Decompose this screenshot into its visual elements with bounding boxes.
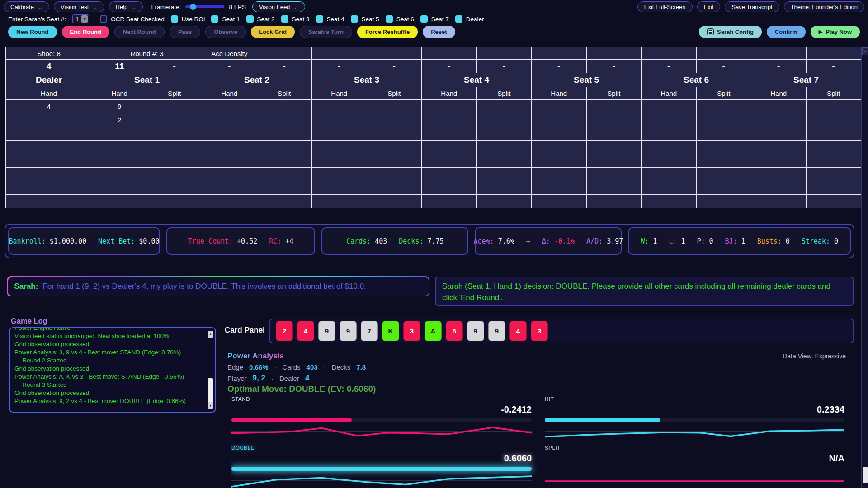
grid-cell[interactable] [6,168,92,181]
grid-cell[interactable] [367,113,422,127]
menu-vision-test[interactable]: Vision Test⌄ [54,1,104,12]
grid-cell[interactable] [532,154,587,168]
grid-cell[interactable] [476,154,532,168]
grid-cell[interactable] [476,141,532,154]
grid-cell[interactable] [312,141,367,154]
grid-cell[interactable] [257,100,312,113]
grid-cell[interactable] [422,100,477,113]
grid-cell[interactable] [586,195,642,208]
grid-cell[interactable] [202,195,257,208]
grid-cell[interactable] [806,127,861,141]
scroll-up-icon[interactable]: ▲ [862,47,868,55]
grid-cell[interactable] [751,141,807,154]
grid-cell[interactable] [422,154,477,168]
grid-cell[interactable] [367,141,422,154]
checkbox-icon[interactable] [100,15,107,23]
scrollbar-thumb[interactable] [863,467,868,483]
grid-cell[interactable] [586,168,642,181]
grid-cell[interactable] [257,113,312,127]
grid-cell[interactable] [312,113,367,127]
checkbox-ocr-seat-checked[interactable]: OCR Seat Checked [100,15,165,23]
grid-cell[interactable] [586,113,642,127]
vision-feed-select[interactable]: Vision Feed ⌄ [252,1,305,12]
card-9[interactable]: 9 [467,321,484,341]
card-9[interactable]: 9 [488,321,505,341]
grid-cell[interactable] [92,127,147,141]
grid-cell[interactable] [642,141,697,154]
grid-cell[interactable] [92,141,147,154]
menu-help[interactable]: Help⌄ [109,1,143,12]
seat-number-select[interactable]: 1 ▼ [72,14,89,23]
grid-cell[interactable] [257,195,312,208]
grid-cell[interactable] [642,195,697,208]
grid-cell[interactable]: 9 [92,100,147,113]
card-2[interactable]: 2 [276,321,293,341]
checkbox-seat-3[interactable]: Seat 3 [281,15,310,23]
grid-cell[interactable] [586,181,642,195]
grid-cell[interactable] [147,181,202,195]
grid-cell[interactable] [422,113,477,127]
grid-cell[interactable] [806,100,861,113]
grid-cell[interactable] [6,141,92,154]
scroll-down-icon[interactable]: ▼ [208,402,213,409]
grid-cell[interactable] [92,154,147,168]
grid-cell[interactable] [422,141,477,154]
sarah-config-button[interactable]: Sarah Config [699,26,762,38]
grid-cell[interactable] [696,100,751,113]
scroll-up-icon[interactable]: ▲ [208,331,213,338]
checkbox-dealer[interactable]: Dealer [455,15,484,23]
page-scrollbar[interactable]: ▲ [861,47,868,488]
grid-cell[interactable] [202,113,257,127]
grid-cell[interactable] [642,127,697,141]
grid-cell[interactable] [696,168,751,181]
menu-calibrate[interactable]: Calibrate⌄ [4,1,49,12]
grid-cell[interactable] [806,168,861,181]
grid-cell[interactable] [806,195,861,208]
grid-cell[interactable] [6,127,92,141]
grid-cell[interactable] [751,100,807,113]
grid-cell[interactable] [642,113,697,127]
grid-cell[interactable] [147,168,202,181]
grid-cell[interactable] [422,127,477,141]
grid-cell[interactable] [696,154,751,168]
checkbox-seat-7[interactable]: Seat 7 [420,15,449,23]
card-5[interactable]: 5 [446,321,463,341]
grid-cell[interactable] [476,113,532,127]
card-9[interactable]: 9 [318,321,335,341]
game-log-box[interactable]: Power Engine ActiveVision feed status un… [9,327,216,413]
grid-cell[interactable] [312,168,367,181]
grid-cell[interactable] [532,127,587,141]
confirm-button[interactable]: Confirm [767,26,806,38]
grid-cell[interactable] [147,127,202,141]
grid-cell[interactable] [751,195,807,208]
grid-cell[interactable] [202,141,257,154]
grid-cell[interactable] [642,181,697,195]
grid-cell[interactable] [367,168,422,181]
grid-cell[interactable] [476,127,532,141]
grid-cell[interactable] [532,195,587,208]
grid-cell[interactable] [422,168,477,181]
grid-cell[interactable] [751,181,807,195]
card-3[interactable]: 3 [403,321,420,341]
grid-cell[interactable] [422,181,477,195]
checkbox-icon[interactable] [316,15,323,23]
grid-cell[interactable] [202,181,257,195]
grid-cell[interactable] [642,100,697,113]
grid-cell[interactable] [751,168,807,181]
checkbox-seat-4[interactable]: Seat 4 [316,15,344,23]
card-9[interactable]: 9 [340,321,357,341]
exit-full-screen-button[interactable]: Exit Full-Screen [637,1,693,12]
grid-cell[interactable] [257,181,312,195]
grid-cell[interactable] [312,181,367,195]
grid-cell[interactable] [532,168,587,181]
grid-cell[interactable] [147,100,202,113]
grid-cell[interactable] [696,141,751,154]
checkbox-use-roi[interactable]: Use ROI [171,15,205,23]
game-log-scrollbar[interactable]: ▲ ▼ [208,331,213,409]
grid-cell[interactable] [532,100,587,113]
new-round-button[interactable]: New Round [8,26,57,38]
grid-cell[interactable]: 4 [6,100,92,113]
lock-grid-button[interactable]: Lock Grid [251,26,295,38]
grid-cell[interactable] [147,141,202,154]
grid-cell[interactable] [367,154,422,168]
